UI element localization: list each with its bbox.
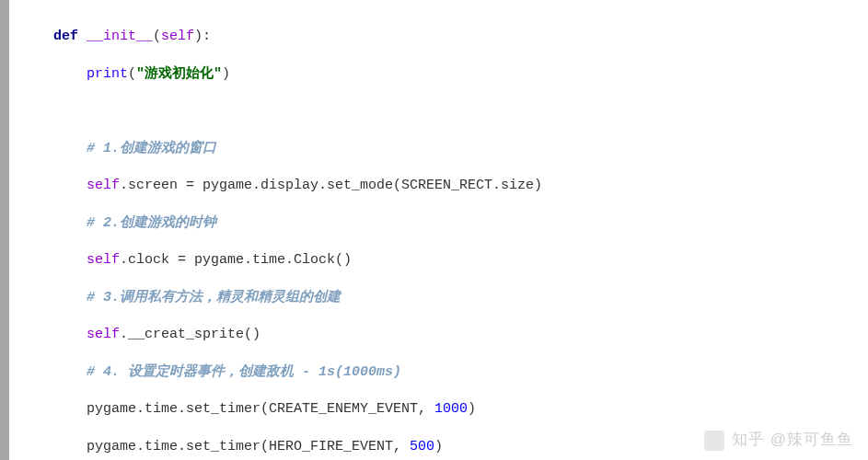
method-name: __init__ [87, 29, 153, 44]
code-text: Clock() [294, 252, 352, 268]
param-self: self [161, 29, 194, 44]
code-text: .__creat_sprite() [120, 327, 260, 342]
number-literal: 1000 [434, 401, 468, 417]
code-text: pygame.time.set_timer(HERO_FIRE_EVENT, [87, 439, 410, 454]
code-block: def __init__(self): print("游戏初始化") # 1.创… [0, 0, 868, 460]
code-text: .clock = pygame.time. [120, 252, 294, 268]
comment: # 4. 设置定时器事件，创建敌机 - 1s(1000ms) [87, 364, 401, 380]
code-line: def __init__(self): [20, 28, 868, 46]
code-line: # 2.创建游戏的时钟 [20, 214, 868, 233]
self-ref: self [87, 327, 120, 342]
code-text: pygame.time.set_timer(CREATE_ENEMY_EVENT… [87, 401, 434, 417]
code-text: ) [434, 439, 443, 454]
code-text: ) [468, 401, 476, 417]
self-ref: self [87, 178, 120, 193]
self-ref: self [87, 252, 120, 268]
number-literal: 500 [410, 439, 434, 454]
code-line: # 4. 设置定时器事件，创建敌机 - 1s(1000ms) [20, 363, 868, 382]
call-print: print [87, 66, 128, 82]
keyword-def: def [53, 29, 78, 44]
blank-line [20, 102, 868, 121]
watermark-text: 知乎 @辣可鱼鱼 [732, 430, 853, 451]
code-line: # 3.调用私有方法，精灵和精灵组的创建 [20, 289, 868, 307]
gutter [0, 0, 9, 460]
zhihu-logo-icon [704, 431, 724, 451]
string-literal: "游戏初始化" [136, 66, 222, 82]
comment: # 1.创建游戏的窗口 [87, 141, 216, 156]
code-line: print("游戏初始化") [20, 65, 868, 84]
watermark: 知乎 @辣可鱼鱼 [704, 430, 853, 451]
code-line: # 1.创建游戏的窗口 [20, 140, 868, 158]
code-line: self.screen = pygame.display.set_mode(SC… [20, 177, 868, 195]
code-line: self.__creat_sprite() [20, 326, 868, 344]
code-text: .screen = pygame.display.set_mode(SCREEN… [120, 178, 542, 193]
code-line: pygame.time.set_timer(CREATE_ENEMY_EVENT… [20, 400, 868, 419]
comment: # 3.调用私有方法，精灵和精灵组的创建 [87, 290, 341, 305]
code-line: self.clock = pygame.time.Clock() [20, 251, 868, 270]
comment: # 2.创建游戏的时钟 [87, 215, 216, 231]
